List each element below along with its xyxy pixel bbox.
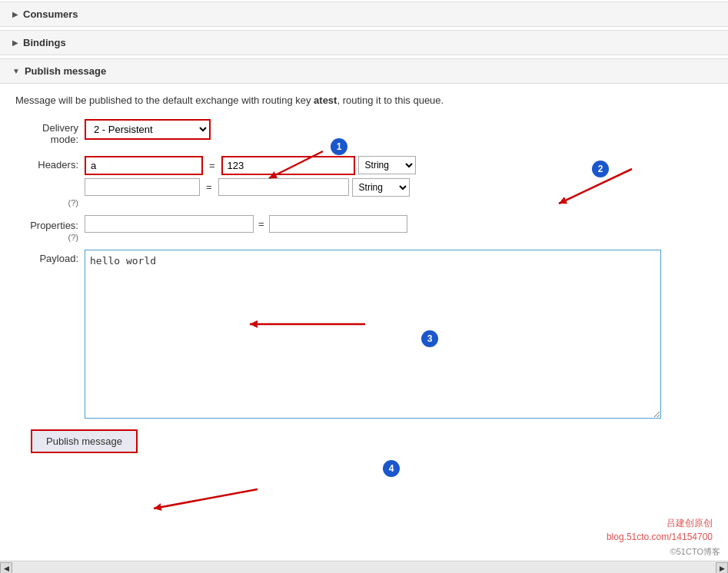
headers-group: = String Number Boolean: [85, 156, 416, 197]
header-row-1: = String Number Boolean: [85, 156, 416, 175]
header-val-input[interactable]: [223, 157, 354, 174]
header-eq-1: =: [206, 160, 218, 171]
properties-row: Properties: = (?): [15, 215, 713, 242]
publish-section-title: Publish message: [25, 65, 106, 77]
scroll-track[interactable]: [12, 562, 716, 574]
horizontal-scrollbar[interactable]: ◀ ▶: [0, 561, 728, 573]
consumers-arrow-icon: ▶: [12, 10, 18, 18]
bindings-section-header[interactable]: ▶ Bindings: [0, 30, 728, 55]
bindings-arrow-icon: ▶: [12, 38, 18, 47]
annotation-badge-2: 2: [592, 161, 609, 177]
arrow-to-publish-btn: [115, 478, 269, 524]
payload-textarea[interactable]: hello world: [85, 250, 661, 419]
publish-arrow-icon: ▼: [12, 67, 20, 75]
header-val-wrap: [221, 156, 355, 175]
header-key-wrap: [85, 156, 203, 175]
props-eq: =: [254, 218, 269, 230]
header-val-input-2[interactable]: [218, 178, 349, 196]
header-eq-2: =: [203, 181, 215, 193]
properties-key-input[interactable]: [85, 215, 254, 233]
properties-hint: (?): [15, 233, 85, 242]
routing-key: atest: [314, 94, 337, 106]
bindings-title: Bindings: [23, 37, 66, 48]
header-key-input-2[interactable]: [85, 178, 200, 196]
delivery-mode-label: Deliverymode:: [15, 119, 85, 145]
publish-message-button[interactable]: Publish message: [31, 429, 138, 453]
consumers-section-header[interactable]: ▶ Consumers: [0, 2, 728, 27]
scroll-right-button[interactable]: ▶: [716, 562, 728, 574]
publish-section-header[interactable]: ▼ Publish message: [0, 58, 728, 84]
headers-label: Headers:: [15, 156, 85, 171]
header-row-2: = String Number Boolean: [85, 178, 416, 197]
payload-label: Payload:: [15, 250, 85, 264]
annotation-badge-3: 3: [421, 330, 438, 347]
properties-label: Properties:: [15, 217, 85, 231]
publish-button-wrap: Publish message: [15, 429, 713, 453]
watermark: 吕建创原创 blog.51cto.com/14154700: [607, 516, 713, 544]
consumers-title: Consumers: [23, 8, 78, 20]
delivery-mode-row: Deliverymode: 1 - Non-persistent 2 - Per…: [15, 119, 713, 145]
header-type-select-2[interactable]: String Number Boolean: [352, 178, 410, 197]
delivery-mode-select-wrap: 1 - Non-persistent 2 - Persistent: [85, 119, 211, 140]
info-before: Message will be published to the default…: [15, 94, 314, 106]
scroll-left-button[interactable]: ◀: [0, 562, 12, 574]
publish-section-body: Message will be published to the default…: [0, 84, 728, 469]
payload-row: Payload: hello world: [15, 250, 713, 419]
header-key-input[interactable]: [86, 157, 201, 174]
properties-val-input[interactable]: [269, 215, 407, 233]
watermark-line2: blog.51cto.com/14154700: [607, 530, 713, 544]
headers-row: Headers: =: [15, 156, 713, 207]
headers-hint: (?): [15, 198, 85, 207]
delivery-mode-select[interactable]: 1 - Non-persistent 2 - Persistent: [86, 121, 209, 138]
annotation-badge-1: 1: [331, 138, 347, 155]
publish-info-text: Message will be published to the default…: [15, 93, 713, 108]
info-after: , routing it to this queue.: [337, 94, 444, 106]
watermark-line1: 吕建创原创: [607, 516, 713, 530]
header-type-select-1[interactable]: String Number Boolean: [358, 156, 416, 174]
annotation-badge-4: 4: [383, 460, 400, 477]
copyright: ©51CTO博客: [670, 546, 720, 558]
